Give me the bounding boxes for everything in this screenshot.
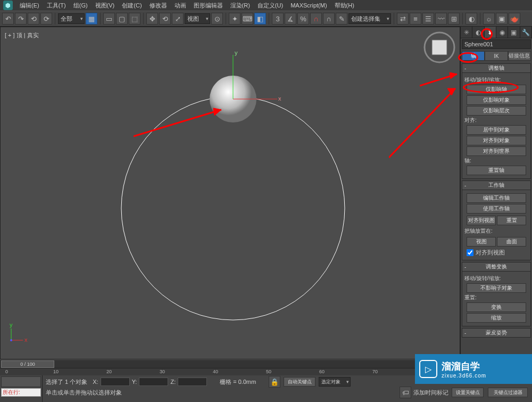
named-selection-dropdown[interactable]: 创建选择集	[348, 13, 391, 24]
subtab-pivot[interactable]: 轴	[462, 51, 485, 61]
align-icon[interactable]: ≡	[410, 13, 421, 24]
render-setup-icon[interactable]: ☼	[483, 13, 495, 24]
snap2-icon[interactable]: ∩	[323, 13, 335, 24]
rollout-adjust-transform[interactable]: 调整变换	[462, 262, 531, 272]
pivot-center-icon[interactable]: ⊙	[211, 13, 223, 24]
reset-pivot-button[interactable]: 重置轴	[467, 166, 526, 175]
menu-create[interactable]: 创建(C)	[118, 1, 145, 11]
rotate-icon[interactable]: ⟲	[159, 13, 171, 24]
angle-snap-icon[interactable]: 3	[272, 13, 284, 24]
menu-grapheditors[interactable]: 图形编辑器	[190, 1, 227, 11]
rollout-working-pivot[interactable]: 工作轴	[462, 181, 531, 190]
tab-utilities-icon[interactable]: 🔧	[520, 27, 532, 38]
redo-icon[interactable]: ↷	[15, 13, 27, 24]
viewport-canvas: x y x y	[1, 27, 460, 359]
rollout-adjust-pivot[interactable]: 调整轴	[462, 63, 531, 73]
undo-icon[interactable]: ↶	[2, 13, 14, 24]
keymode-dropdown[interactable]: 选定对象	[319, 377, 351, 387]
reset-label: 重置:	[464, 294, 528, 301]
center-to-object-button[interactable]: 居中到对象	[467, 125, 526, 135]
menu-view[interactable]: 视图(V)	[92, 1, 119, 11]
menu-render[interactable]: 渲染(R)	[227, 1, 254, 11]
refcoord-dropdown[interactable]: 视图	[185, 13, 210, 24]
z-label: Z:	[170, 379, 176, 385]
menu-tools[interactable]: 工具(T)	[43, 1, 70, 11]
set-key-btn[interactable]	[1, 376, 41, 387]
move-icon[interactable]: ✥	[146, 13, 158, 24]
autokey-button[interactable]: 自动关键点	[284, 377, 315, 387]
menu-customize[interactable]: 自定义(U)	[254, 1, 287, 11]
keyboard-icon[interactable]: ⌨	[242, 13, 253, 24]
tab-motion-icon[interactable]: ◉	[496, 27, 508, 38]
time-slider-thumb[interactable]: 0 / 100	[1, 360, 54, 368]
dont-affect-children-button[interactable]: 不影响子对象	[467, 283, 526, 293]
setkey-button[interactable]: 设置关键点	[452, 388, 484, 397]
menu-modifiers[interactable]: 修改器	[146, 1, 171, 11]
link-icon[interactable]: ⟲	[28, 13, 39, 24]
render-icon[interactable]: 🫖	[509, 13, 520, 24]
align-to-object-button[interactable]: 对齐到对象	[467, 136, 526, 145]
object-name-field[interactable]: Sphere001	[462, 39, 531, 49]
snap-icon[interactable]: ∩	[310, 13, 322, 24]
spinner-snap-icon[interactable]: %	[297, 13, 309, 24]
percent-snap-icon[interactable]: ∡	[285, 13, 296, 24]
align-to-view-checkbox[interactable]	[467, 249, 473, 256]
tag-icon[interactable]: 🏷	[400, 387, 411, 398]
align-to-world-button[interactable]: 对齐到世界	[467, 146, 526, 156]
reset-wp-button[interactable]: 重置	[497, 216, 526, 225]
rollout-skin-pose[interactable]: 蒙皮姿势	[462, 328, 531, 338]
select-object-icon[interactable]: ▭	[103, 13, 115, 24]
z-field[interactable]	[178, 378, 207, 386]
tab-create-icon[interactable]: ✳	[461, 27, 472, 38]
curve-editor-icon[interactable]: 〰	[435, 13, 447, 24]
tab-display-icon[interactable]: ▣	[508, 27, 520, 38]
viewport[interactable]: [ + ] 顶 | 真实 x y x y	[0, 27, 460, 359]
layers-icon[interactable]: ☰	[422, 13, 434, 24]
menu-animation[interactable]: 动画	[171, 1, 190, 11]
svg-point-0	[121, 96, 345, 320]
material-editor-icon[interactable]: ◐	[466, 13, 477, 24]
schematic-icon[interactable]: ⊞	[448, 13, 460, 24]
svg-text:y: y	[235, 50, 238, 56]
x-label: X:	[93, 379, 98, 385]
select-region-icon[interactable]: ⬚	[129, 13, 140, 24]
menu-group[interactable]: 组(G)	[70, 1, 92, 11]
render-frame-icon[interactable]: ▣	[496, 13, 508, 24]
menu-edit[interactable]: 编辑(E)	[16, 1, 43, 11]
place-view-button[interactable]: 视图	[467, 237, 496, 247]
edit-working-pivot-button[interactable]: 编辑工作轴	[467, 193, 526, 203]
tab-modify-icon[interactable]: ◐	[472, 27, 484, 38]
use-working-pivot-button[interactable]: 使用工作轴	[467, 204, 526, 214]
reset-transform-button[interactable]: 变换	[467, 302, 526, 312]
affect-pivot-only-button[interactable]: 仅影响轴	[467, 85, 526, 94]
menu-help[interactable]: 帮助(H)	[331, 1, 358, 11]
tab-hierarchy-icon[interactable]: ⬍	[485, 27, 496, 38]
affect-hierarchy-only-button[interactable]: 仅影响层次	[467, 106, 526, 116]
menu-maxscript[interactable]: MAXScript(M)	[287, 1, 330, 10]
y-field[interactable]	[139, 378, 168, 386]
watermark: ▷ 溜溜自学 zixue.3d66.com	[415, 354, 532, 384]
manipulate-icon[interactable]: ✦	[229, 13, 240, 24]
place-surface-button[interactable]: 曲面	[497, 237, 526, 247]
viewcube[interactable]	[423, 31, 455, 63]
snap-toggle-icon[interactable]: ◧	[254, 13, 266, 24]
selection-filter-dropdown[interactable]: 全部	[58, 13, 85, 24]
reset-scale-button[interactable]: 缩放	[467, 313, 526, 323]
scale-icon[interactable]: ⤢	[172, 13, 184, 24]
align-to-view-button[interactable]: 对齐到视图	[467, 216, 496, 225]
svg-text:y: y	[10, 322, 13, 328]
unlink-icon[interactable]: ⟳	[40, 13, 52, 24]
keyfilter-button[interactable]: 关键点过滤器	[488, 388, 528, 397]
edit-named-icon[interactable]: ✎	[336, 13, 347, 24]
subtab-linkinfo[interactable]: 链接信息	[508, 51, 531, 61]
subtab-ik[interactable]: IK	[485, 51, 508, 61]
select-button[interactable]: ▦	[86, 13, 97, 24]
pivot-label: 轴:	[464, 157, 528, 165]
lock-icon[interactable]: 🔒	[269, 376, 280, 388]
x-field[interactable]	[101, 378, 130, 386]
addtime-label: 添加时间标记	[413, 389, 448, 397]
affect-object-only-button[interactable]: 仅影响对象	[467, 95, 526, 105]
svg-text:x: x	[278, 95, 281, 102]
select-name-icon[interactable]: ▢	[116, 13, 128, 24]
mirror-icon[interactable]: ⇄	[397, 13, 409, 24]
